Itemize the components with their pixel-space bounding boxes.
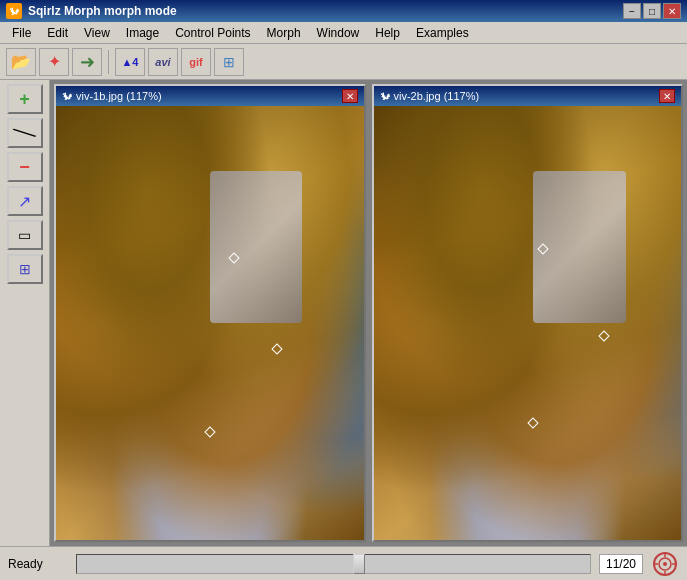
diagonal-icon: ╲ <box>13 121 36 144</box>
open-folder-icon: 📂 <box>11 52 31 71</box>
image-window-1-title: 🐿 viv-1b.jpg (117%) ✕ <box>56 86 364 106</box>
morph-slider[interactable] <box>76 554 591 574</box>
app-icon: 🐿 <box>6 3 22 19</box>
toolbar-gif-button[interactable]: gif <box>181 48 211 76</box>
status-bar: Ready 11/20 <box>0 546 687 580</box>
target-icon[interactable] <box>651 550 679 578</box>
target-svg <box>652 551 678 577</box>
menu-help[interactable]: Help <box>367 24 408 42</box>
slider-thumb[interactable] <box>353 554 365 574</box>
toolbar-arrow-button[interactable]: ➜ <box>72 48 102 76</box>
image-window-1: 🐿 viv-1b.jpg (117%) ✕ <box>54 84 366 542</box>
close-button[interactable]: ✕ <box>663 3 681 19</box>
image-window-1-content[interactable] <box>56 106 364 540</box>
menu-morph[interactable]: Morph <box>259 24 309 42</box>
menu-image[interactable]: Image <box>118 24 167 42</box>
cat-image-2 <box>374 106 682 540</box>
menu-file[interactable]: File <box>4 24 39 42</box>
image-window-2-title-text: viv-2b.jpg (117%) <box>390 90 660 102</box>
grid-toolbar-icon: ⊞ <box>223 54 235 70</box>
title-controls: − □ ✕ <box>623 3 681 19</box>
toolbar-separator-1 <box>108 50 109 74</box>
rect-icon: ▭ <box>18 227 31 243</box>
work-area: 🐿 viv-1b.jpg (117%) ✕ 🐿 <box>50 80 687 546</box>
minus-icon: − <box>19 157 30 178</box>
image-window-2-title: 🐿 viv-2b.jpg (117%) ✕ <box>374 86 682 106</box>
grid-tool[interactable]: ⊞ <box>7 254 43 284</box>
toolbar-open-button[interactable]: 📂 <box>6 48 36 76</box>
zoom-out-tool[interactable]: − <box>7 152 43 182</box>
image-window-1-title-text: viv-1b.jpg (117%) <box>72 90 342 102</box>
arrow-icon: ➜ <box>80 51 95 73</box>
frame-counter: 11/20 <box>599 554 643 574</box>
gif-icon: gif <box>189 56 202 68</box>
title-bar: 🐿 Sqirlz Morph morph mode − □ ✕ <box>0 0 687 22</box>
image-window-2-content[interactable] <box>374 106 682 540</box>
cat-image-1 <box>56 106 364 540</box>
slider-container <box>76 554 591 574</box>
menu-view[interactable]: View <box>76 24 118 42</box>
svg-point-2 <box>663 562 667 566</box>
diagonal-tool[interactable]: ╲ <box>7 118 43 148</box>
main-area: + ╲ − ↗ ▭ ⊞ 🐿 viv-1b.jpg (117%) ✕ <box>0 80 687 546</box>
toolbar-avi-button[interactable]: avi <box>148 48 178 76</box>
menu-window[interactable]: Window <box>309 24 368 42</box>
menu-bar: File Edit View Image Control Points Morp… <box>0 22 687 44</box>
image-window-1-title-icon: 🐿 <box>62 91 72 102</box>
points-icon: ✦ <box>48 52 61 71</box>
minimize-button[interactable]: − <box>623 3 641 19</box>
plus-icon: + <box>19 89 30 110</box>
toolbar-num-button[interactable]: ▲4 <box>115 48 145 76</box>
toolbar-points-button[interactable]: ✦ <box>39 48 69 76</box>
image-window-2-close[interactable]: ✕ <box>659 89 675 103</box>
rect-tool[interactable]: ▭ <box>7 220 43 250</box>
menu-examples[interactable]: Examples <box>408 24 477 42</box>
menu-control-points[interactable]: Control Points <box>167 24 258 42</box>
zoom-in-tool[interactable]: + <box>7 84 43 114</box>
move-tool[interactable]: ↗ <box>7 186 43 216</box>
avi-icon: avi <box>155 56 170 68</box>
maximize-button[interactable]: □ <box>643 3 661 19</box>
left-tool-panel: + ╲ − ↗ ▭ ⊞ <box>0 80 50 546</box>
title-bar-left: 🐿 Sqirlz Morph morph mode <box>6 3 177 19</box>
move-icon: ↗ <box>18 192 31 211</box>
image-window-2-title-icon: 🐿 <box>380 91 390 102</box>
status-text: Ready <box>8 557 68 571</box>
image-window-2: 🐿 viv-2b.jpg (117%) ✕ <box>372 84 684 542</box>
toolbar: 📂 ✦ ➜ ▲4 avi gif ⊞ <box>0 44 687 80</box>
toolbar-grid-button[interactable]: ⊞ <box>214 48 244 76</box>
title-text: Sqirlz Morph morph mode <box>28 4 177 18</box>
num-icon: ▲4 <box>121 56 138 68</box>
image-window-1-close[interactable]: ✕ <box>342 89 358 103</box>
menu-edit[interactable]: Edit <box>39 24 76 42</box>
grid-tool-icon: ⊞ <box>19 261 31 277</box>
